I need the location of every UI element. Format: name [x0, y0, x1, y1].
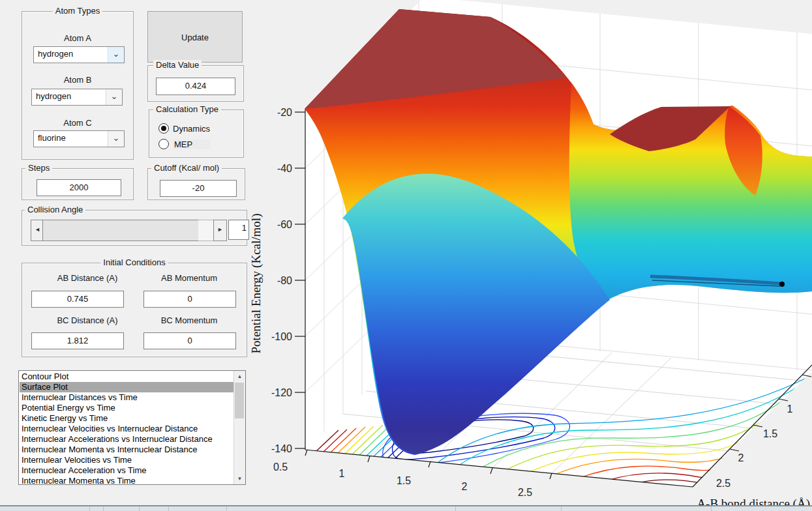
list-item[interactable]: Internuclear Momenta vs Time: [20, 476, 233, 484]
atom-b-label: Atom B: [22, 75, 133, 85]
list-item[interactable]: Surface Plot: [20, 382, 233, 392]
steps-panel: Steps 2000: [22, 168, 134, 200]
bc-distance-label: BC Distance (A): [31, 315, 143, 325]
atom-a-value: hydrogen: [38, 49, 73, 59]
atom-types-title: Atom Types: [53, 6, 102, 16]
list-item[interactable]: Internuclear Accelerations vs Internucle…: [20, 434, 233, 445]
calculation-type-title: Calculation Type: [153, 104, 221, 114]
tick-label: 2.5: [518, 487, 532, 498]
table-column-divider: [455, 506, 456, 511]
ab-momentum-label: AB Momentum: [143, 273, 235, 283]
tick-label: 1.5: [763, 428, 777, 439]
list-item[interactable]: Internuclear Momenta vs Internuclear Dis…: [20, 445, 233, 455]
tick-label: -20: [277, 107, 292, 118]
slider-track[interactable]: [198, 220, 214, 241]
radio-unselected-icon[interactable]: [158, 139, 169, 149]
table-column-divider: [89, 506, 90, 511]
atom-a-dropdown[interactable]: hydrogen ⌄: [33, 46, 125, 63]
table-column-divider: [226, 506, 227, 511]
steps-field[interactable]: 2000: [37, 179, 121, 196]
list-item[interactable]: Internuclear Distances vs Time: [20, 392, 233, 403]
radio-mep[interactable]: MEP: [158, 139, 211, 149]
chevron-down-icon[interactable]: ⌄: [108, 47, 124, 63]
list-item[interactable]: Contour Plot: [20, 372, 233, 382]
tick-label: 2.5: [716, 478, 730, 489]
update-button[interactable]: Update: [147, 11, 243, 63]
list-item[interactable]: Internuclear Acceleration vs Time: [20, 465, 233, 476]
initial-conditions-panel: Initial Conditions AB Distance (A) 0.745…: [22, 263, 247, 357]
table-column-divider: [168, 506, 169, 511]
radio-mep-label: MEP: [173, 139, 211, 149]
slider-thumb[interactable]: [42, 220, 199, 241]
arrow-right-icon[interactable]: ►: [213, 220, 227, 241]
list-item[interactable]: Internuclear Velocities vs Internuclear …: [20, 424, 233, 434]
tick-label: -120: [271, 387, 292, 398]
partial-table-strip: [0, 505, 812, 511]
tick-label: 2: [738, 452, 744, 463]
initial-conditions-title: Initial Conditions: [100, 257, 168, 267]
cutoff-title: Cutoff (Kcal/ mol): [151, 163, 222, 173]
table-column-divider: [103, 506, 104, 511]
cutoff-field[interactable]: -20: [160, 180, 237, 197]
tick-label: 1: [787, 403, 793, 415]
z-axis-label: Potential Energy (Kcal/mol): [249, 214, 263, 354]
delta-value-field[interactable]: 0.424: [156, 78, 235, 95]
z-tick-labels: -20 -40 -60 -80 -100 -120 -140: [271, 107, 292, 454]
radio-dynamics[interactable]: Dynamics: [158, 123, 210, 134]
ab-distance-field[interactable]: 0.745: [31, 291, 124, 308]
collision-angle-field[interactable]: 1: [228, 220, 249, 240]
ab-distance-label: AB Distance (A): [31, 273, 143, 283]
listbox-scrollbar[interactable]: ▲ ▼: [233, 371, 245, 484]
atom-c-value: fluorine: [38, 133, 66, 143]
tick-label: -60: [277, 219, 292, 230]
radio-dynamics-label: Dynamics: [173, 124, 210, 134]
list-item[interactable]: Potential Energy vs Time: [20, 403, 233, 413]
tick-label: -140: [271, 443, 292, 454]
delta-value-title: Delta Value: [153, 60, 202, 70]
update-button-label: Update: [148, 32, 242, 42]
chevron-down-icon[interactable]: ⌄: [108, 131, 124, 147]
list-item[interactable]: Internulear Velocities vs Time: [20, 455, 233, 465]
chevron-down-icon[interactable]: ⌄: [106, 89, 122, 105]
collision-angle-panel: Collision Angle ◄ ► 1: [22, 210, 247, 246]
steps-title: Steps: [25, 163, 52, 173]
matlab-dynamics-gui: { "controls": { "atom_types": { "title":…: [0, 0, 812, 511]
arrow-down-icon[interactable]: ▼: [234, 473, 245, 484]
collision-angle-slider[interactable]: ◄ ►: [31, 220, 226, 240]
atom-types-panel: Atom Types Atom A hydrogen ⌄ Atom B hydr…: [22, 11, 134, 160]
bc-momentum-field[interactable]: 0: [143, 332, 236, 349]
atom-b-dropdown[interactable]: hydrogen ⌄: [31, 89, 123, 106]
atom-c-dropdown[interactable]: fluorine ⌄: [33, 130, 125, 147]
tick-label: 1.5: [397, 475, 411, 486]
tick-label: 0.5: [273, 461, 288, 473]
bc-distance-field[interactable]: 1.812: [31, 332, 124, 349]
trajectory-endpoint-marker: [779, 282, 785, 287]
radio-selected-icon[interactable]: [158, 123, 169, 134]
tick-label: -40: [277, 163, 292, 174]
arrow-up-icon[interactable]: ▲: [234, 371, 245, 382]
cutoff-panel: Cutoff (Kcal/ mol) -20: [147, 168, 245, 200]
calculation-type-panel: Calculation Type Dynamics MEP: [149, 110, 244, 158]
list-item[interactable]: Kinetic Energy vs Time: [20, 413, 233, 424]
plot-type-list: Contour PlotSurface PlotInternuclear Dis…: [20, 372, 233, 484]
atom-a-label: Atom A: [22, 33, 133, 43]
tick-label: 2: [462, 481, 468, 492]
tick-label: -80: [277, 275, 292, 286]
collision-angle-title: Collision Angle: [25, 205, 85, 214]
bc-momentum-label: BC Momentum: [143, 315, 235, 325]
atom-b-value: hydrogen: [36, 91, 71, 101]
tick-label: 1: [339, 468, 345, 479]
table-column-divider: [561, 506, 562, 511]
plot-type-listbox[interactable]: Contour PlotSurface PlotInternuclear Dis…: [18, 370, 246, 485]
ab-momentum-field[interactable]: 0: [143, 291, 236, 308]
delta-value-panel: Delta Value 0.424: [147, 65, 244, 102]
atom-c-label: Atom C: [22, 118, 133, 128]
table-column-divider: [139, 506, 140, 511]
table-column-divider: [711, 506, 712, 511]
tick-label: -100: [271, 331, 292, 342]
scrollbar-thumb[interactable]: [235, 383, 244, 418]
